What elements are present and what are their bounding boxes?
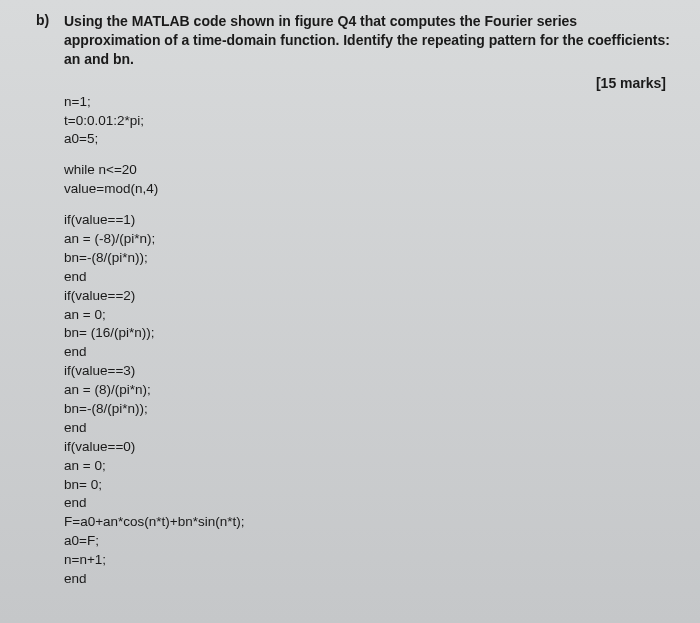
code-line: a0=F; xyxy=(64,532,670,551)
code-line: end xyxy=(64,570,670,589)
code-line: a0=5; xyxy=(64,130,670,149)
code-line: an = (-8)/(pi*n); xyxy=(64,230,670,249)
code-line: n=1; xyxy=(64,93,670,112)
code-line: value=mod(n,4) xyxy=(64,180,670,199)
code-line: end xyxy=(64,343,670,362)
code-line: n=n+1; xyxy=(64,551,670,570)
code-line: bn= 0; xyxy=(64,476,670,495)
code-line: while n<=20 xyxy=(64,161,670,180)
code-line: if(value==2) xyxy=(64,287,670,306)
question-label: b) xyxy=(36,12,54,69)
code-line: an = 0; xyxy=(64,306,670,325)
code-line: bn=-(8/(pi*n)); xyxy=(64,400,670,419)
question-header: b) Using the MATLAB code shown in figure… xyxy=(36,12,670,69)
code-line: an = (8)/(pi*n); xyxy=(64,381,670,400)
code-line: F=a0+an*cos(n*t)+bn*sin(n*t); xyxy=(64,513,670,532)
code-line: if(value==3) xyxy=(64,362,670,381)
marks-label: [15 marks] xyxy=(36,75,670,91)
code-line: end xyxy=(64,268,670,287)
code-line: an = 0; xyxy=(64,457,670,476)
code-line: if(value==0) xyxy=(64,438,670,457)
code-line: end xyxy=(64,419,670,438)
code-line: if(value==1) xyxy=(64,211,670,230)
code-line: end xyxy=(64,494,670,513)
code-line: t=0:0.01:2*pi; xyxy=(64,112,670,131)
code-block: n=1; t=0:0.01:2*pi; a0=5; while n<=20 va… xyxy=(64,93,670,589)
question-text: Using the MATLAB code shown in figure Q4… xyxy=(64,12,670,69)
code-line: bn= (16/(pi*n)); xyxy=(64,324,670,343)
code-line: bn=-(8/(pi*n)); xyxy=(64,249,670,268)
